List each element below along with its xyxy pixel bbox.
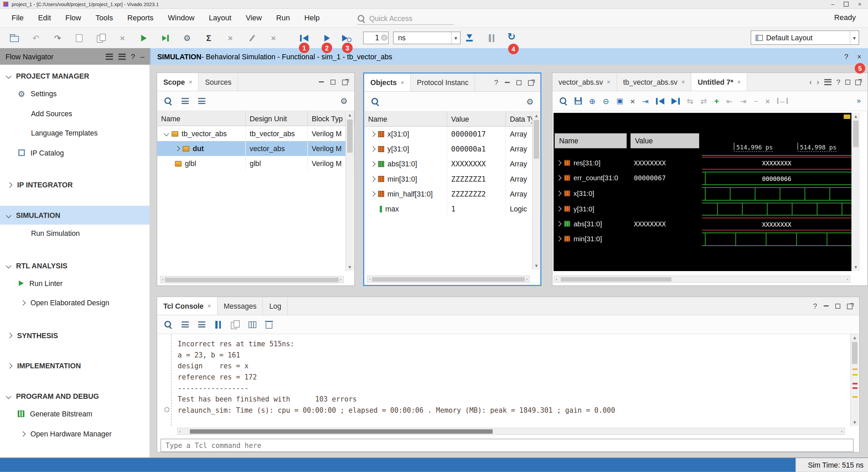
- menu-help[interactable]: Help: [297, 9, 327, 27]
- chevron-right-icon[interactable]: [20, 431, 26, 436]
- expand-all-icon[interactable]: [198, 322, 205, 328]
- section-simulation[interactable]: SIMULATION: [0, 206, 150, 225]
- chevron-right-icon[interactable]: [370, 191, 376, 197]
- quick-access-search[interactable]: Quick Access: [357, 12, 454, 25]
- minimize-panel-icon[interactable]: [824, 305, 829, 306]
- close-button[interactable]: ×: [858, 1, 862, 7]
- help-icon[interactable]: ?: [494, 78, 498, 86]
- previous-transition-icon[interactable]: [656, 97, 664, 105]
- vertical-scrollbar[interactable]: ▲▼: [532, 112, 540, 269]
- close-tab-icon[interactable]: ×: [401, 79, 405, 86]
- menu-edit[interactable]: Edit: [31, 9, 58, 27]
- chevron-right-icon[interactable]: [7, 332, 12, 338]
- chevron-right-icon[interactable]: [175, 146, 180, 151]
- marker-flag[interactable]: [844, 115, 850, 119]
- section-synthesis[interactable]: SYNTHESIS: [0, 326, 150, 345]
- sidebar-item-language-templates[interactable]: Language Templates: [0, 123, 150, 142]
- settings-gear-icon[interactable]: ⚙: [526, 97, 534, 105]
- clear-time-icon[interactable]: ×: [381, 34, 388, 41]
- maximize-panel-icon[interactable]: [845, 79, 850, 84]
- tab-log[interactable]: Log: [263, 297, 288, 315]
- wave-signal-row[interactable]: abs[31:0]XXXXXXXX: [554, 216, 702, 231]
- chevron-right-icon[interactable]: [556, 221, 561, 226]
- fit-width-icon[interactable]: ↔: [777, 98, 788, 104]
- float-panel-icon[interactable]: [847, 303, 854, 309]
- next-transition-icon[interactable]: [671, 97, 679, 105]
- section-rtl-analysis[interactable]: RTL ANALYSIS: [0, 256, 150, 275]
- menu-reports[interactable]: Reports: [120, 9, 161, 27]
- table-row[interactable]: glbl glbl Verilog M: [157, 156, 354, 171]
- help-icon[interactable]: ?: [836, 78, 841, 86]
- tab-sources[interactable]: Sources: [199, 73, 238, 91]
- tab-vector-abs-sv[interactable]: vector_abs.sv×: [552, 73, 617, 91]
- search-icon[interactable]: [559, 97, 567, 105]
- jump-start-icon[interactable]: ⇤: [726, 97, 733, 105]
- chevron-right-icon[interactable]: [370, 161, 376, 167]
- pause-output-icon[interactable]: [215, 321, 221, 328]
- zoom-in-icon[interactable]: ⊕: [589, 97, 595, 105]
- copy-icon[interactable]: [231, 320, 239, 328]
- add-force-icon[interactable]: +: [714, 96, 719, 106]
- select-all-icon[interactable]: [249, 321, 256, 328]
- maximize-panel-icon[interactable]: [835, 304, 841, 309]
- tab-protocol-instances[interactable]: Protocol Instanc: [411, 74, 475, 91]
- table-row[interactable]: min_half[31:0] ZZZZZZZ2 Array: [364, 186, 540, 201]
- chevron-right-icon[interactable]: [556, 206, 561, 211]
- search-icon[interactable]: [164, 97, 172, 105]
- help-icon[interactable]: ?: [813, 302, 817, 310]
- close-tab-icon[interactable]: ×: [682, 79, 685, 85]
- close-tab-icon[interactable]: ×: [737, 79, 741, 85]
- table-row[interactable]: abs[31:0] XXXXXXXX Array: [364, 157, 540, 171]
- chevron-down-icon[interactable]: [6, 212, 11, 218]
- run-all-button[interactable]: [323, 33, 332, 43]
- search-icon[interactable]: [164, 320, 172, 328]
- table-row[interactable]: min[31:0] ZZZZZZZ1 Array: [364, 171, 540, 186]
- remove-cursor-icon[interactable]: ×: [630, 97, 635, 105]
- vertical-scrollbar[interactable]: ▲▼: [851, 113, 860, 271]
- maximize-button[interactable]: [844, 2, 849, 7]
- close-simulation-icon[interactable]: ×: [857, 52, 861, 60]
- minimize-panel-icon[interactable]: [319, 81, 324, 82]
- close-tab-icon[interactable]: ×: [208, 303, 211, 309]
- horizontal-scrollbar[interactable]: ‹›: [554, 275, 850, 283]
- chevron-right-icon[interactable]: [370, 146, 376, 152]
- chevron-down-icon[interactable]: [6, 73, 11, 79]
- tab-tcl-console[interactable]: Tcl Console×: [157, 297, 218, 315]
- run-icon[interactable]: [139, 33, 148, 43]
- open-project-icon[interactable]: [10, 33, 19, 43]
- vertical-scrollbar[interactable]: ▲▼: [346, 112, 354, 271]
- run-for-time-button[interactable]: [342, 33, 352, 43]
- sidebar-item-open-elaborated-design[interactable]: Open Elaborated Design: [0, 293, 150, 312]
- step-debug-icon[interactable]: [161, 33, 170, 43]
- menu-file[interactable]: File: [4, 9, 31, 27]
- tab-tb-vector-abs-sv[interactable]: tb_vector_abs.sv×: [617, 73, 692, 91]
- table-row-selected[interactable]: dut vector_abs Verilog M: [157, 141, 354, 156]
- tab-untitled-7[interactable]: Untitled 7*×: [692, 73, 747, 91]
- collapse-all-icon[interactable]: [182, 322, 189, 328]
- tab-scope[interactable]: Scope×: [157, 73, 199, 91]
- zoom-fit-icon[interactable]: ▣: [616, 97, 623, 105]
- chevron-right-icon[interactable]: [20, 300, 26, 305]
- sidebar-item-open-hardware-manager[interactable]: Open Hardware Manager: [0, 424, 150, 443]
- table-row[interactable]: tb_vector_abs tb_vector_abs Verilog M: [157, 126, 354, 141]
- sidebar-item-generate-bitstream[interactable]: Generate Bitstream: [0, 404, 150, 423]
- float-panel-icon[interactable]: [342, 79, 349, 85]
- float-panel-icon[interactable]: [528, 79, 535, 86]
- delete-icon[interactable]: ×: [118, 33, 127, 43]
- chevron-right-icon[interactable]: [370, 131, 376, 137]
- tcl-command-input[interactable]: [161, 441, 853, 449]
- minimize-panel-icon[interactable]: [505, 82, 510, 83]
- table-row[interactable]: y[31:0] 000000a1 Array: [364, 142, 540, 157]
- clear-console-icon[interactable]: [266, 321, 273, 328]
- goto-time-icon[interactable]: ⇥: [642, 97, 649, 105]
- section-program-and-debug[interactable]: PROGRAM AND DEBUG: [0, 387, 150, 406]
- collapse-all-icon[interactable]: [182, 98, 189, 104]
- table-row[interactable]: max 1 Logic: [364, 201, 540, 216]
- help-icon[interactable]: ?: [131, 52, 135, 60]
- zoom-out-icon[interactable]: ⊖: [603, 97, 609, 105]
- chevron-right-icon[interactable]: [556, 236, 561, 241]
- menu-flow[interactable]: Flow: [58, 9, 88, 27]
- jump-end-icon[interactable]: ⇥: [740, 97, 746, 105]
- save-waveform-icon[interactable]: [575, 97, 582, 104]
- wave-signal-row[interactable]: y[31:0]: [554, 201, 702, 216]
